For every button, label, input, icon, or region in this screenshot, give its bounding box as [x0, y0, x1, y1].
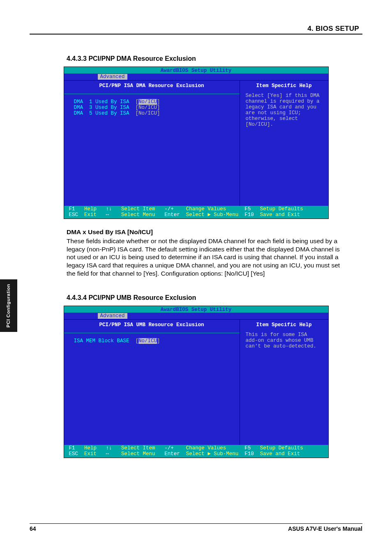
bios-main-header-2: PCI/PNP ISA UMB Resource Exclusion: [64, 320, 240, 333]
bios-help-text-2: This is for some ISA add-on cards whose …: [246, 332, 323, 349]
bios-main-panel-2: PCI/PNP ISA UMB Resource Exclusion ISA M…: [64, 320, 240, 445]
bios-help-text: Select [Yes] if this DMA channel is requ…: [246, 93, 323, 127]
bios-tab-advanced[interactable]: Advanced: [98, 74, 127, 80]
side-tab: PCI Configuration: [0, 279, 17, 332]
bios-row-dma3[interactable]: DMA 3 Used By ISA [No/ICU]: [64, 105, 240, 111]
bios-help-header-2: Item Specific Help: [246, 322, 323, 332]
bios-tab-advanced-2[interactable]: Advanced: [98, 313, 127, 319]
bios-help-panel-2: Item Specific Help This is for some ISA …: [240, 320, 328, 445]
section-title-1: 4.4.3.3 PCI/PNP DMA Resource Exclusion: [67, 55, 362, 62]
bios-row-dma5[interactable]: DMA 5 Used By ISA [No/ICU]: [64, 111, 240, 116]
bios-window-1: AwardBIOS Setup Utility Advanced PCI/PNP…: [64, 67, 329, 219]
bios-menu-bar: Advanced: [64, 74, 328, 80]
side-tab-text: PCI Configuration: [6, 284, 11, 327]
bios-footer-2: F1 Help ↑↓ Select Item -/+ Change Values…: [64, 445, 328, 458]
doc-title: ASUS A7V-E User's Manual: [288, 525, 362, 532]
page-number: 64: [30, 525, 36, 532]
bios-help-panel: Item Specific Help Select [Yes] if this …: [240, 81, 328, 206]
section-title-2: 4.4.3.4 PCI/PNP UMB Resource Exclusion: [67, 294, 362, 302]
bios-help-header: Item Specific Help: [246, 83, 323, 93]
desc-body-1: These fields indicate whether or not the…: [67, 237, 342, 278]
bios-main-panel: PCI/PNP ISA DMA Resource Exclusion DMA 1…: [64, 81, 240, 206]
desc-header-1: DMA x Used By ISA [No/ICU]: [67, 228, 342, 236]
chapter-title: 4. BIOS SETUP: [30, 25, 362, 33]
header-rule: [30, 34, 362, 35]
bios-main-header: PCI/PNP ISA DMA Resource Exclusion: [64, 81, 240, 94]
bios-footer: F1 Help ↑↓ Select Item -/+ Change Values…: [64, 206, 328, 219]
bios-menu-bar-2: Advanced: [64, 313, 328, 319]
description-block-1: DMA x Used By ISA [No/ICU] These fields …: [67, 228, 342, 278]
bios-title-bar: AwardBIOS Setup Utility: [64, 67, 328, 74]
bios-window-2: AwardBIOS Setup Utility Advanced PCI/PNP…: [64, 306, 329, 458]
bios-title-bar-2: AwardBIOS Setup Utility: [64, 306, 328, 313]
page-footer: 64 ASUS A7V-E User's Manual: [30, 523, 362, 532]
bios-row-isamem[interactable]: ISA MEM Block BASE [No/ICU]: [64, 338, 240, 344]
bios-row-dma1[interactable]: DMA 1 Used By ISA [No/ICU]: [64, 99, 240, 105]
